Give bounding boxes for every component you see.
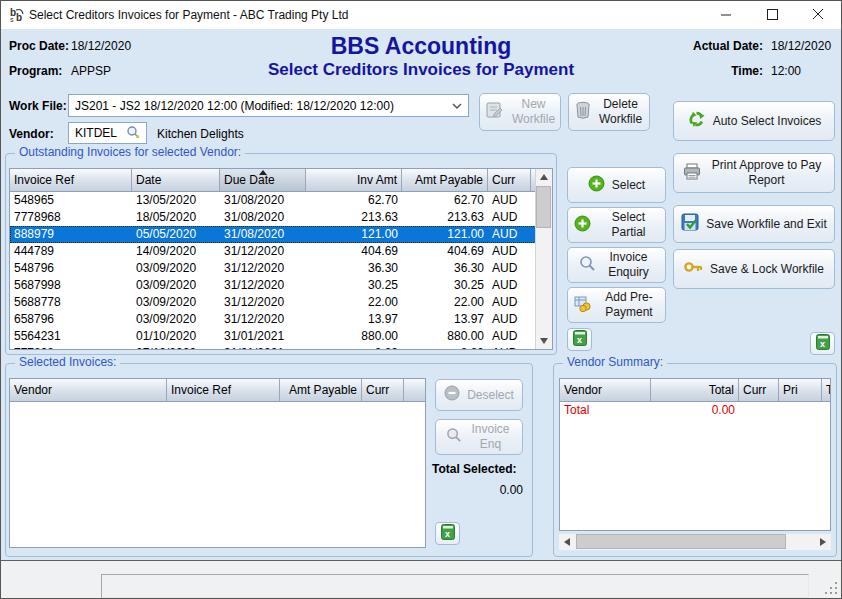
table-row[interactable]: 556423101/10/202031/01/2021880.00880.00A… <box>10 328 552 345</box>
table-cell: 7778968 <box>10 209 132 226</box>
table-row[interactable]: 568799803/09/202031/12/202030.2530.25AUD <box>10 277 552 294</box>
table-cell: AUD <box>488 328 531 345</box>
table-row[interactable]: 77789827/10/202031/01/20218.808.80AUD <box>10 345 552 350</box>
table-cell: 404.69 <box>306 243 402 260</box>
column-header[interactable]: Due Date <box>220 169 306 191</box>
actual-date-value: 18/12/2020 <box>771 39 831 53</box>
table-header-row: VendorTotalCurrPriTe <box>560 379 830 402</box>
minimize-button[interactable] <box>703 1 749 28</box>
new-workfile-label: New Workfile <box>512 97 555 127</box>
table-cell: 31/08/2020 <box>220 226 306 243</box>
table-cell: 22.00 <box>306 294 402 311</box>
select-partial-button[interactable]: Select Partial <box>567 207 666 243</box>
table-row[interactable]: Total0.00 <box>560 402 830 419</box>
column-header[interactable]: Amt Payable <box>280 379 362 401</box>
vendor-summary-title: Vendor Summary: <box>563 355 667 369</box>
table-row[interactable]: 44478914/09/202031/12/2020404.69404.69AU… <box>10 243 552 260</box>
workfile-dropdown[interactable]: JS201 - JS2 18/12/2020 12:00 (Modified: … <box>68 94 469 117</box>
table-cell: 5564231 <box>10 328 132 345</box>
column-header[interactable]: Curr <box>488 169 531 191</box>
close-button[interactable] <box>795 1 841 28</box>
table-cell: AUD <box>488 243 531 260</box>
scrollbar-thumb[interactable] <box>536 186 551 228</box>
export-excel-button-outstanding[interactable]: x <box>567 328 592 351</box>
invoice-enquiry-button[interactable]: Invoice Enquiry <box>567 247 666 283</box>
table-cell: 31/12/2020 <box>220 294 306 311</box>
table-cell: 03/09/2020 <box>132 260 220 277</box>
table-cell: AUD <box>488 192 531 209</box>
scroll-up-icon[interactable] <box>536 169 552 185</box>
column-header[interactable]: Inv Amt <box>306 169 402 191</box>
select-partial-label: Select Partial <box>598 210 659 240</box>
column-header[interactable]: Total <box>651 379 739 401</box>
table-cell: 880.00 <box>306 328 402 345</box>
vendor-code-value: KITDEL <box>75 126 126 140</box>
resize-grip[interactable] <box>825 582 837 594</box>
status-panel <box>101 574 809 598</box>
scroll-left-icon[interactable] <box>559 534 575 550</box>
svg-text:x: x <box>577 335 582 345</box>
scroll-down-icon[interactable] <box>536 333 552 349</box>
column-header[interactable]: Vendor <box>10 379 167 401</box>
save-lock-workfile-button[interactable]: Save & Lock Workfile <box>673 249 835 289</box>
table-row[interactable]: 65879603/09/202031/12/202013.9713.97AUD <box>10 311 552 328</box>
table-cell: 31/12/2020 <box>220 243 306 260</box>
invoice-enq-label: Invoice Enq <box>469 422 513 452</box>
add-prepayment-button[interactable]: Add Pre-Payment <box>567 287 666 323</box>
maximize-button[interactable] <box>749 1 795 28</box>
table-cell: 8.80 <box>402 345 488 350</box>
table-cell: 0.00 <box>651 402 739 419</box>
table-cell: 213.63 <box>402 209 488 226</box>
vendor-search-icon[interactable] <box>126 125 140 142</box>
column-header[interactable]: Amt Payable <box>402 169 488 191</box>
auto-select-invoices-button[interactable]: Auto Select Invoices <box>673 101 835 141</box>
table-cell: 8.80 <box>306 345 402 350</box>
column-header[interactable]: Te <box>822 379 831 401</box>
export-excel-button-right[interactable]: x <box>810 332 835 355</box>
magnifier-icon <box>579 255 596 276</box>
invoice-enq-button[interactable]: Invoice Enq <box>435 419 523 455</box>
column-header[interactable]: Pri <box>779 379 822 401</box>
column-header[interactable]: Vendor <box>560 379 651 401</box>
vendor-code-input[interactable]: KITDEL <box>68 122 147 144</box>
status-bar <box>1 560 841 598</box>
column-header[interactable]: Curr <box>739 379 779 401</box>
vendor-label: Vendor: <box>9 127 54 141</box>
delete-workfile-button[interactable]: Delete Workfile <box>568 93 650 131</box>
select-button[interactable]: Select <box>567 167 666 203</box>
table-cell: 777898 <box>10 345 132 350</box>
total-selected-value: 0.00 <box>435 483 523 497</box>
sort-ascending-icon <box>259 170 267 175</box>
scroll-right-icon[interactable] <box>815 534 831 550</box>
outstanding-invoices-table: Invoice RefDateDue DateInv AmtAmt Payabl… <box>9 168 553 350</box>
scrollbar-thumb[interactable] <box>576 534 786 549</box>
table-row[interactable]: 777896818/05/202031/08/2020213.63213.63A… <box>10 209 552 226</box>
outstanding-vertical-scrollbar[interactable] <box>535 169 552 349</box>
save-workfile-exit-button[interactable]: Save Workfile and Exit <box>673 205 835 243</box>
column-header[interactable]: Invoice Ref <box>10 169 132 191</box>
column-header[interactable]: Date <box>132 169 220 191</box>
vendor-summary-horizontal-scrollbar[interactable] <box>559 534 831 550</box>
app-window: b b s Select Creditors Invoices for Paym… <box>0 0 842 599</box>
selected-invoices-table: VendorInvoice RefAmt PayableCurr <box>9 378 426 548</box>
column-header[interactable]: Invoice Ref <box>167 379 280 401</box>
print-approve-button[interactable]: Print Approve to Pay Report <box>673 153 835 193</box>
table-cell: 444789 <box>10 243 132 260</box>
key-icon <box>684 259 703 279</box>
table-cell: 13.97 <box>306 311 402 328</box>
table-row[interactable]: 88897905/05/202031/08/2020121.00121.00AU… <box>10 226 552 243</box>
table-row[interactable]: 54879603/09/202031/12/202036.3036.30AUD <box>10 260 552 277</box>
new-workfile-button[interactable]: New Workfile <box>479 93 561 131</box>
deselect-button[interactable]: Deselect <box>435 379 523 411</box>
table-row[interactable]: 568877803/09/202031/12/202022.0022.00AUD <box>10 294 552 311</box>
export-excel-button-selected[interactable]: x <box>435 522 460 545</box>
svg-text:s: s <box>10 16 14 23</box>
invoice-enquiry-label: Invoice Enquiry <box>603 250 655 280</box>
svg-text:b: b <box>16 12 22 23</box>
table-cell: 121.00 <box>306 226 402 243</box>
table-row[interactable]: 54896513/05/202031/08/202062.7062.70AUD <box>10 192 552 209</box>
column-header[interactable]: Curr <box>362 379 404 401</box>
table-header-row: VendorInvoice RefAmt PayableCurr <box>10 379 425 402</box>
table-cell: 31/08/2020 <box>220 192 306 209</box>
table-cell: 13/05/2020 <box>132 192 220 209</box>
